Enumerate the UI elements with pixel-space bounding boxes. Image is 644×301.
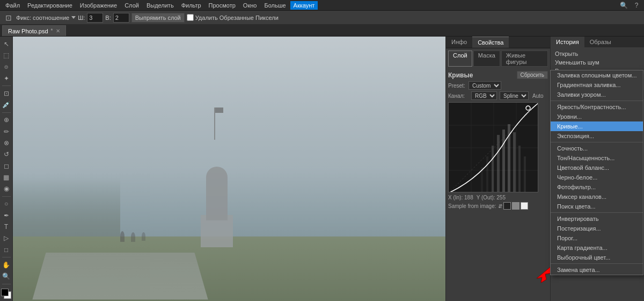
menu-gradient-fill[interactable]: Градиентная заливка... <box>551 80 643 90</box>
menu-threshold[interactable]: Порог... <box>551 233 643 243</box>
pen-tool-icon[interactable]: ✒ <box>1 210 12 220</box>
fix-dropdown-icon[interactable] <box>71 16 76 19</box>
tab-live-shapes[interactable]: Живые фигуры <box>501 51 548 67</box>
channel-row: Канал: RGB Spline Auto <box>448 91 548 100</box>
path-select-icon[interactable]: ▷ <box>1 233 12 243</box>
tab-raw-photo[interactable]: Raw Photo.psd * ✕ <box>2 25 66 36</box>
text-tool-icon[interactable]: T <box>1 221 12 232</box>
menu-exposure[interactable]: Экспозиция... <box>551 131 643 141</box>
menu-channel-mixer[interactable]: Миксер каналов... <box>551 192 643 202</box>
menu-view[interactable]: Просмотр <box>206 1 239 10</box>
sample-swatch-gray[interactable] <box>512 202 519 210</box>
color-swatches[interactable] <box>1 289 12 299</box>
menu-select[interactable]: Выделить <box>143 1 177 10</box>
far-right-panel: История Образы Открыть Уменьшить шум Рам… <box>550 37 644 301</box>
channel-dropdown[interactable]: RGB <box>471 91 497 100</box>
tab-info[interactable]: Инфо <box>446 37 472 48</box>
menu-photo-filter[interactable]: Фотофильтр... <box>551 182 643 192</box>
menu-fill-solid[interactable]: Заливка сплошным цветом... <box>551 70 643 80</box>
svg-rect-14 <box>486 156 488 192</box>
menu-selective-color[interactable]: Выборочный цвет... <box>551 253 643 262</box>
shape-tool-icon[interactable]: □ <box>1 245 12 255</box>
spline-dropdown[interactable]: Spline <box>500 91 529 100</box>
history-brush-icon[interactable]: ↺ <box>1 149 12 160</box>
menu-brightness[interactable]: Яркость/Контрастность... <box>551 102 643 112</box>
eyedropper-icon[interactable]: 💉 <box>1 99 12 110</box>
svg-rect-8 <box>497 135 500 192</box>
menu-layer[interactable]: Слой <box>121 1 142 10</box>
adjustment-dropdown-menu: Заливка сплошным цветом... Градиентная з… <box>550 70 643 275</box>
tool-separator-3 <box>2 196 11 197</box>
menu-edit[interactable]: Редактирование <box>24 1 76 10</box>
tab-close-icon[interactable]: ✕ <box>56 28 60 34</box>
w-label: Ш: <box>78 15 85 21</box>
svg-rect-13 <box>524 156 526 192</box>
menu-filter[interactable]: Фильтр <box>178 1 204 10</box>
menu-window[interactable]: Окно <box>240 1 260 10</box>
reset-button[interactable]: Сбросить <box>517 71 548 79</box>
auto-label[interactable]: Auto <box>532 93 544 99</box>
separator-2 <box>551 142 643 142</box>
brush-tool-icon[interactable]: ✏ <box>1 126 12 137</box>
tab-mask[interactable]: Маска <box>473 51 500 67</box>
tab-history[interactable]: История <box>551 37 584 47</box>
search-icon[interactable]: 🔍 <box>618 0 629 11</box>
photo-canvas[interactable] <box>13 37 445 301</box>
menu-image[interactable]: Изображение <box>77 1 120 10</box>
menu-black-white[interactable]: Черно-белое... <box>551 173 643 182</box>
straighten-button[interactable]: Выпрямить слой <box>131 13 185 23</box>
menu-color-balance[interactable]: Цветовой баланс... <box>551 163 643 173</box>
layer-tabs-row: Слой Маска Живые фигуры <box>446 48 550 67</box>
menu-more[interactable]: Больше <box>261 1 289 10</box>
panel-tabs: Инфо Свойства <box>446 37 550 48</box>
sample-arrows-icon: ⇵ <box>498 203 502 209</box>
tool-separator-1 <box>2 85 11 86</box>
menu-posterize[interactable]: Постеризация... <box>551 224 643 233</box>
crop-tool-icon[interactable]: ⊡ <box>1 88 12 98</box>
separator-4 <box>551 263 643 264</box>
magic-wand-icon[interactable]: ✦ <box>1 73 12 83</box>
b-input[interactable] <box>113 13 129 23</box>
lasso-tool-icon[interactable]: ⌾ <box>1 62 12 72</box>
menu-replace-color[interactable]: Замена цвета... <box>551 265 643 275</box>
blur-icon[interactable]: ◉ <box>1 184 12 194</box>
menu-invert[interactable]: Инвертировать <box>551 214 643 224</box>
curves-panel: Кривые Сбросить Preset: Custom Канал: RG… <box>446 69 550 212</box>
sample-swatch-black[interactable] <box>503 202 511 210</box>
menu-account[interactable]: Аккаунт <box>290 1 318 10</box>
eraser-icon[interactable]: ◻ <box>1 161 12 171</box>
help-icon[interactable]: ? <box>631 0 642 11</box>
history-denoise[interactable]: Уменьшить шум <box>553 58 642 67</box>
zoom-tool-icon[interactable]: 🔍 <box>1 271 12 282</box>
delete-pixels-checkbox-label[interactable]: Удалить Обрезанные Пиксели <box>187 14 279 21</box>
menu-gradient-map[interactable]: Карта градиента... <box>551 243 643 253</box>
channel-label: Канал: <box>448 93 470 99</box>
history-open[interactable]: Открыть <box>553 49 642 58</box>
tab-properties[interactable]: Свойства <box>472 37 509 48</box>
sample-swatch-white[interactable] <box>521 202 528 210</box>
foreground-color-swatch[interactable] <box>1 289 9 296</box>
menu-file[interactable]: Файл <box>2 1 23 10</box>
menu-levels[interactable]: Уровни... <box>551 112 643 121</box>
separator-1 <box>551 101 643 101</box>
hand-tool-icon[interactable]: ✋ <box>1 260 12 270</box>
select-tool-icon[interactable]: ⬚ <box>1 50 12 60</box>
w-input[interactable] <box>87 13 103 23</box>
tab-layer[interactable]: Слой <box>448 51 472 67</box>
dodge-icon[interactable]: ○ <box>1 199 12 209</box>
menu-color-lookup[interactable]: Поиск цвета... <box>551 202 643 211</box>
menu-vibrance[interactable]: Сочность... <box>551 144 643 153</box>
preset-dropdown[interactable]: Custom <box>469 81 501 90</box>
move-tool-icon[interactable]: ↖ <box>1 39 12 49</box>
curves-graph[interactable] <box>448 102 538 192</box>
tab-images[interactable]: Образы <box>584 37 617 47</box>
delete-pixels-checkbox[interactable] <box>187 14 194 21</box>
curves-graph-container <box>448 102 548 192</box>
clone-stamp-icon[interactable]: ⊗ <box>1 138 12 148</box>
gradient-icon[interactable]: ▦ <box>1 172 12 182</box>
menu-curves[interactable]: Кривые... <box>551 121 643 131</box>
menu-hue-saturation[interactable]: Тон/Насыщенность... <box>551 153 643 163</box>
menu-pattern-fill[interactable]: Заливки узором... <box>551 90 643 99</box>
heal-tool-icon[interactable]: ⊕ <box>1 115 12 125</box>
toolbar-crop-icon[interactable]: ⊡ <box>3 12 14 23</box>
